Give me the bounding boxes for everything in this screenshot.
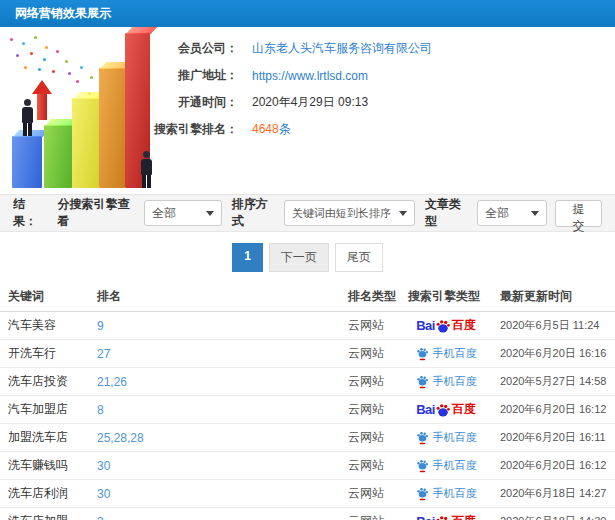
sort-filter-select[interactable]: 关键词由短到长排序	[284, 200, 415, 226]
promotion-url-link[interactable]: https://www.lrtlsd.com	[252, 69, 368, 83]
open-time-value: 2020年4月29日 09:13	[252, 94, 368, 111]
header-keyword: 关键词	[0, 288, 89, 305]
engine-cell: 手机百度	[400, 486, 492, 501]
updated-cell: 2020年6月18日 14:30	[492, 514, 615, 520]
baidu-paw-icon	[435, 514, 451, 520]
engine-cell: Bai 百度	[400, 317, 492, 334]
updated-cell: 2020年6月5日 11:24	[492, 318, 615, 333]
chevron-down-icon	[399, 211, 407, 216]
info-row-company: 会员公司： 山东老人头汽车服务咨询有限公司	[70, 35, 432, 62]
mobile-baidu-logo: 手机百度	[416, 458, 477, 473]
engine-cell: 手机百度	[400, 346, 492, 361]
rank-type-cell: 云网站	[340, 373, 400, 390]
rank-cell[interactable]: 30	[89, 487, 340, 501]
table-row: 洗车店投资 21,26 云网站 手机百度 2020年5月27日 14:58	[0, 368, 615, 396]
engine-filter-select[interactable]: 全部	[144, 200, 221, 226]
info-row-url: 推广地址： https://www.lrtlsd.com	[70, 62, 432, 89]
engine-cell: Bai 百度	[400, 401, 492, 418]
rank-type-cell: 云网站	[340, 317, 400, 334]
article-type-label: 文章类型	[425, 196, 471, 230]
mobile-baidu-logo: 手机百度	[416, 430, 477, 445]
member-info-list: 会员公司： 山东老人头汽车服务咨询有限公司 推广地址： https://www.…	[70, 35, 432, 143]
pagination: 1 下一页 尾页	[0, 243, 615, 272]
rank-unit: 条	[279, 122, 291, 136]
rank-type-cell: 云网站	[340, 513, 400, 520]
updated-cell: 2020年6月20日 16:12	[492, 402, 615, 417]
result-label: 结果：	[13, 196, 48, 230]
updated-cell: 2020年6月20日 16:11	[492, 430, 615, 445]
header-updated: 最新更新时间	[492, 288, 615, 305]
member-summary-section: 会员公司： 山东老人头汽车服务咨询有限公司 推广地址： https://www.…	[0, 27, 615, 194]
rank-cell[interactable]: 9	[89, 319, 340, 333]
header-rank: 排名	[89, 288, 340, 305]
rank-cell[interactable]: 30	[89, 459, 340, 473]
chart-bar-green	[44, 125, 72, 188]
table-row: 开洗车行 27 云网站 手机百度 2020年6月20日 16:16	[0, 340, 615, 368]
baidu-logo: Bai 百度	[416, 317, 476, 334]
rank-count: 4648	[252, 122, 279, 136]
keyword-cell: 洗车店加盟	[0, 513, 89, 520]
chart-bar-blue	[12, 136, 42, 188]
keyword-cell: 洗车店投资	[0, 373, 89, 390]
company-link[interactable]: 山东老人头汽车服务咨询有限公司	[252, 40, 432, 57]
mobile-baidu-logo: 手机百度	[416, 486, 477, 501]
article-type-value: 全部	[485, 205, 509, 222]
rank-cell[interactable]: 27	[89, 347, 340, 361]
chevron-down-icon	[531, 211, 539, 216]
mobile-baidu-paw-icon	[416, 430, 429, 445]
updated-cell: 2020年6月20日 16:16	[492, 346, 615, 361]
rank-type-cell: 云网站	[340, 485, 400, 502]
mobile-baidu-paw-icon	[416, 374, 429, 389]
chevron-down-icon	[206, 211, 214, 216]
next-page-button[interactable]: 下一页	[269, 243, 329, 272]
rank-cell[interactable]: 3	[89, 515, 340, 520]
businessman-figure-left	[21, 99, 34, 136]
table-row: 汽车加盟店 8 云网站 Bai 百度 2020年6月20日 16:12	[0, 396, 615, 424]
keyword-cell: 开洗车行	[0, 345, 89, 362]
rank-type-cell: 云网站	[340, 457, 400, 474]
businessman-figure-right	[140, 151, 153, 188]
table-row: 加盟洗车店 25,28,28 云网站 手机百度 2020年6月20日 16:11	[0, 424, 615, 452]
baidu-logo: Bai 百度	[416, 401, 476, 418]
engine-rank-label: 搜索引擎排名：	[70, 121, 238, 138]
baidu-paw-icon	[435, 318, 451, 334]
updated-cell: 2020年6月18日 14:27	[492, 486, 615, 501]
engine-cell: 手机百度	[400, 458, 492, 473]
last-page-button[interactable]: 尾页	[335, 243, 383, 272]
mobile-baidu-paw-icon	[416, 346, 429, 361]
keyword-ranking-table: 关键词 排名 排名类型 搜索引擎类型 最新更新时间 汽车美容 9 云网站 Bai…	[0, 281, 615, 520]
company-label: 会员公司：	[70, 40, 238, 57]
keyword-cell: 汽车美容	[0, 317, 89, 334]
engine-cell: 手机百度	[400, 374, 492, 389]
engine-cell: 手机百度	[400, 430, 492, 445]
rank-type-cell: 云网站	[340, 429, 400, 446]
sort-filter-label: 排序方式	[232, 196, 278, 230]
rank-cell[interactable]: 21,26	[89, 375, 340, 389]
promotion-url-label: 推广地址：	[70, 67, 238, 84]
mobile-baidu-logo: 手机百度	[416, 346, 477, 361]
rank-cell[interactable]: 25,28,28	[89, 431, 340, 445]
baidu-paw-icon	[435, 402, 451, 418]
baidu-logo: Bai 百度	[416, 513, 476, 520]
info-row-rank-count: 搜索引擎排名： 4648条	[70, 116, 432, 143]
submit-button[interactable]: 提交	[555, 200, 602, 227]
mobile-baidu-paw-icon	[416, 458, 429, 473]
table-row: 洗车店加盟 3 云网站 Bai 百度 2020年6月18日 14:30	[0, 508, 615, 520]
rank-cell[interactable]: 8	[89, 403, 340, 417]
growth-arrow-icon	[32, 80, 52, 94]
engine-filter-value: 全部	[152, 205, 176, 222]
rank-type-cell: 云网站	[340, 401, 400, 418]
rank-type-cell: 云网站	[340, 345, 400, 362]
table-header-row: 关键词 排名 排名类型 搜索引擎类型 最新更新时间	[0, 281, 615, 312]
engine-rank-value: 4648条	[252, 121, 291, 138]
page-number-current[interactable]: 1	[232, 243, 263, 272]
header-engine-type: 搜索引擎类型	[400, 288, 492, 305]
table-row: 洗车赚钱吗 30 云网站 手机百度 2020年6月20日 16:12	[0, 452, 615, 480]
mobile-baidu-paw-icon	[416, 486, 429, 501]
keyword-cell: 洗车店利润	[0, 485, 89, 502]
keyword-cell: 洗车赚钱吗	[0, 457, 89, 474]
table-row: 汽车美容 9 云网站 Bai 百度 2020年6月5日 11:24	[0, 312, 615, 340]
updated-cell: 2020年6月20日 16:12	[492, 458, 615, 473]
article-type-select[interactable]: 全部	[477, 200, 547, 226]
table-row: 洗车店利润 30 云网站 手机百度 2020年6月18日 14:27	[0, 480, 615, 508]
